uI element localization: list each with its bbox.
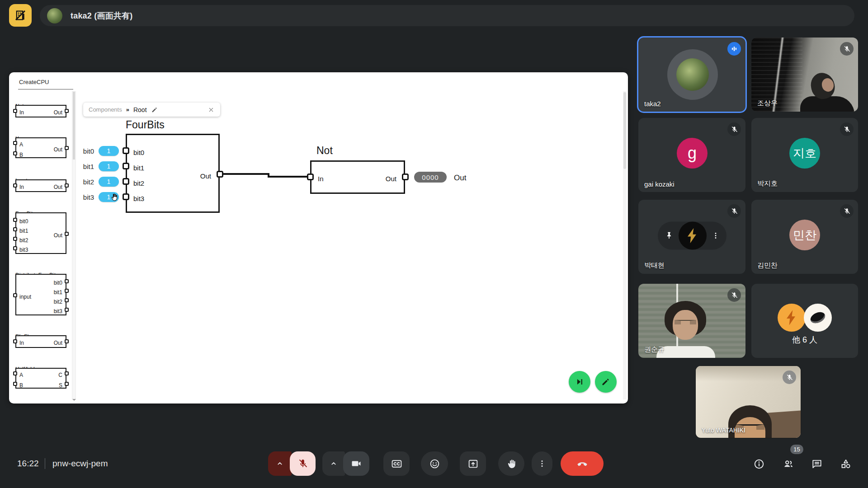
fourbits-pin-bit3[interactable] (123, 193, 129, 200)
person-face (673, 310, 698, 340)
participant-name: Yuto WATAHIKI (702, 427, 745, 434)
port-label: Out (200, 173, 211, 179)
participant-name: taka2 (644, 100, 661, 108)
camera-options-chevron[interactable] (322, 451, 345, 476)
edit-button[interactable] (595, 371, 617, 393)
meeting-details-button[interactable] (750, 455, 768, 473)
more-options-icon (537, 459, 547, 469)
info-icon (753, 458, 765, 470)
fourbits-block[interactable]: bit0 bit1 bit2 bit3 Out (126, 134, 220, 213)
mic-off-icon (783, 371, 796, 384)
cookie-icon (809, 310, 827, 325)
pencil-icon (601, 377, 611, 387)
reactions-button[interactable] (421, 451, 448, 476)
mic-off-icon (727, 204, 741, 218)
participant-tile-parktaehyun[interactable]: 박태현 (638, 200, 745, 274)
fourbits-pin-bit2[interactable] (123, 178, 129, 185)
end-call-icon (576, 457, 589, 470)
step-button[interactable] (569, 371, 590, 393)
participant-tile-kwonsoonkyu[interactable]: 권순규 (638, 284, 745, 358)
speaking-indicator-icon (727, 42, 741, 56)
fourbits-pin-bit1[interactable] (123, 163, 129, 169)
participant-tile-gai-kozaki[interactable]: g gai kozaki (638, 118, 745, 192)
not-pin-in[interactable] (307, 174, 314, 180)
shared-screen-panel: CreateCPU Not In Out Xor A B Out (9, 72, 628, 404)
more-options-icon[interactable] (711, 231, 720, 240)
mic-toggle-button-muted[interactable] (290, 451, 316, 476)
building-slash-icon (14, 9, 27, 22)
input-value-toggle[interactable]: 1 (99, 146, 119, 156)
participant-tile-kimminchan[interactable]: 민찬 김민찬 (751, 200, 858, 274)
port-label: Out (386, 175, 396, 182)
avatar-initial: 민찬 (793, 227, 816, 243)
mic-off-icon (840, 122, 854, 136)
captions-icon (391, 458, 402, 469)
pin-icon[interactable] (664, 231, 674, 241)
output-value-pill: 0000 (414, 172, 447, 183)
participant-name: 박태현 (644, 261, 665, 270)
participant-name: gai kozaki (644, 180, 675, 188)
present-button[interactable] (460, 451, 486, 476)
mic-off-icon (840, 204, 854, 218)
tile-hover-actions (658, 222, 726, 250)
meeting-code: pnw-ecwj-pem (52, 459, 108, 469)
chat-button[interactable] (808, 455, 826, 473)
canvas-scrollbar-thumb[interactable] (623, 92, 626, 169)
avatar-cookie (804, 304, 832, 332)
participant-name: 조상우 (757, 99, 778, 108)
people-button[interactable] (779, 455, 797, 473)
avatar-initial: g (688, 144, 697, 163)
emoji-icon (429, 458, 440, 469)
participant-tile-yuto-watahiki[interactable]: Yuto WATAHIKI (695, 366, 801, 438)
person-silhouette (800, 96, 854, 112)
input-value-toggle[interactable]: 1 (99, 177, 119, 187)
lightning-avatar-icon (684, 227, 702, 245)
participant-name: 박지호 (757, 179, 778, 188)
participant-tile-others[interactable]: 他 6 人 (751, 284, 858, 358)
participant-tile-taka2[interactable]: taka2 (638, 38, 745, 112)
activities-icon (840, 458, 852, 470)
not-block-title: Not (316, 145, 333, 157)
fourbits-block-title: FourBits (126, 119, 165, 131)
activities-button[interactable] (837, 455, 855, 473)
input-label: bit0 (83, 147, 94, 155)
canvas-scrollbar[interactable] (623, 91, 627, 399)
participant-tile-josangwoo[interactable]: 조상우 (751, 38, 858, 112)
participant-count-badge: 15 (790, 445, 803, 454)
not-pin-out[interactable] (402, 174, 409, 180)
avatar-initial: 지호 (793, 145, 816, 161)
mic-off-icon (727, 122, 741, 136)
raise-hand-button[interactable] (498, 451, 524, 476)
avatar: g (677, 138, 708, 169)
wire-fourbits-to-not (9, 72, 628, 404)
fourbits-pin-bit0[interactable] (123, 147, 129, 154)
input-row-bit0: bit0 1 (63, 146, 119, 156)
participant-tile-parkjiho[interactable]: 지호 박지호 (751, 118, 858, 192)
port-label: bit2 (133, 180, 144, 187)
mic-off-icon (727, 288, 741, 302)
person-silhouette (656, 346, 715, 358)
input-row-bit1: bit1 1 (63, 161, 119, 171)
end-call-button[interactable] (561, 451, 604, 476)
port-label: bit3 (133, 195, 144, 202)
chevron-up-icon (329, 459, 338, 468)
chat-icon (811, 458, 823, 470)
fourbits-pin-out[interactable] (217, 171, 223, 178)
input-label: bit1 (83, 163, 94, 170)
presentation-title-bar: taka2 (画面共有) (40, 5, 854, 26)
participant-name: 권순규 (644, 345, 665, 354)
clock: 16:22 (17, 459, 39, 469)
others-avatars (778, 304, 832, 333)
avatar-lightning (778, 304, 806, 332)
more-options-button[interactable] (532, 451, 552, 476)
lightning-icon (783, 309, 801, 327)
presentation-muted-app-icon[interactable] (9, 4, 32, 27)
participant-name: 김민찬 (757, 261, 778, 270)
not-block[interactable]: In Out (310, 160, 405, 194)
input-value-toggle[interactable]: 1 (99, 161, 119, 171)
skip-next-icon (575, 377, 585, 387)
mic-options-chevron[interactable] (268, 451, 292, 476)
camera-toggle-button[interactable] (343, 451, 369, 476)
captions-button[interactable] (383, 451, 410, 476)
present-icon (467, 458, 479, 469)
